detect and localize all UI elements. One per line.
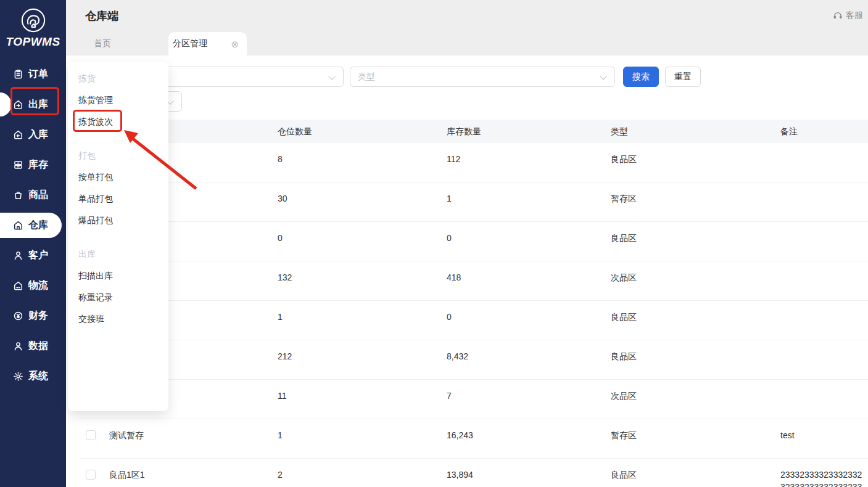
row-checkbox[interactable] <box>86 470 96 480</box>
cell-type: 良品区 <box>610 301 779 340</box>
cell-remark <box>779 182 868 221</box>
row-checkbox[interactable] <box>86 430 96 440</box>
inventory-icon <box>13 160 23 170</box>
cell-remark <box>779 143 868 182</box>
hover-pill <box>0 92 11 117</box>
cell-type: 良品区 <box>610 222 779 261</box>
checkbox-cell <box>79 459 108 487</box>
submenu-item[interactable]: 拣货波次 <box>68 111 168 133</box>
cell-stock-count: 16,243 <box>445 419 610 458</box>
sidebar-item-label: 财务 <box>28 309 48 322</box>
finance-icon <box>13 311 23 321</box>
type-select-placeholder: 类型 <box>358 72 375 83</box>
topbar: 仓库端 客服 首页 分区管理 ⊗ <box>66 0 868 55</box>
cell-name: 良品1区1 <box>108 459 276 487</box>
table-row: 良品1区1213,894良品区2333233332333233232333233… <box>79 459 868 487</box>
topwms-elephant-logo-icon <box>20 7 46 33</box>
filter-select-type[interactable]: 类型 <box>350 67 615 87</box>
cell-stock-count: 7 <box>445 380 610 419</box>
table-header-cell: 类型 <box>610 120 779 143</box>
cell-name: 测试暂存 <box>108 419 276 458</box>
sidebar-item-label: 库存 <box>28 158 48 171</box>
sidebar-item-label: 订单 <box>28 68 48 81</box>
sidebar-item-system[interactable]: 系统 <box>0 361 66 391</box>
reset-button[interactable]: 重置 <box>665 67 701 87</box>
brand-logo: TOPWMS <box>0 0 66 49</box>
cell-stock-count: 1 <box>445 182 610 221</box>
cell-type: 良品区 <box>610 340 779 379</box>
goods-icon <box>13 190 23 200</box>
brand-name: TOPWMS <box>0 35 66 49</box>
cell-remark <box>779 222 868 261</box>
sidebar-item-data[interactable]: 数据 <box>0 331 66 361</box>
submenu-item[interactable]: 按单打包 <box>68 166 168 188</box>
headset-icon <box>833 10 843 20</box>
submenu-section-title: 打包 <box>68 145 168 166</box>
cell-stock-count: 0 <box>445 301 610 340</box>
search-button[interactable]: 搜索 <box>623 67 659 87</box>
sidebar-item-label: 商品 <box>28 189 48 202</box>
table-row: 2128,432良品区 <box>79 340 868 380</box>
sidebar-item-label: 系统 <box>28 370 48 383</box>
submenu-section-title: 拣货 <box>68 68 168 89</box>
cell-type: 良品区 <box>610 143 779 182</box>
table-row: 00良品区 <box>79 222 868 261</box>
cell-remark: test <box>779 419 868 458</box>
table-row: 10良品区 <box>79 301 868 340</box>
sidebar-item-outbound[interactable]: 出库 <box>0 89 66 120</box>
data-icon <box>13 341 23 351</box>
sidebar-item-label: 入库 <box>28 128 48 141</box>
tab-bar: 首页 分区管理 ⊗ <box>83 32 247 55</box>
tab-close-icon[interactable]: ⊗ <box>231 39 239 49</box>
chevron-down-icon <box>328 73 335 80</box>
page-title: 仓库端 <box>85 9 118 23</box>
table-row: 301暂存区 <box>79 182 868 222</box>
cell-stock-count: 112 <box>445 143 610 182</box>
submenu-item[interactable]: 单品打包 <box>68 188 168 210</box>
submenu-item[interactable]: 交接班 <box>68 308 168 330</box>
sidebar-nav: 订单出库入库库存商品仓库客户物流财务数据系统 <box>0 59 66 391</box>
cell-stock-count: 13,894 <box>445 459 610 487</box>
sidebar-item-customer[interactable]: 客户 <box>0 240 66 271</box>
table-row: 117次品区 <box>79 380 868 419</box>
cell-remark <box>779 301 868 340</box>
sidebar-item-logistics[interactable]: 物流 <box>0 271 66 301</box>
submenu-item[interactable]: 拣货管理 <box>68 89 168 111</box>
cell-slot-count: 1 <box>276 419 445 458</box>
submenu-item[interactable]: 爆品打包 <box>68 210 168 231</box>
cell-slot-count: 11 <box>276 380 445 419</box>
table-header-cell: 仓位数量 <box>276 120 445 143</box>
sidebar-item-warehouse[interactable]: 仓库 <box>0 210 66 240</box>
sidebar: TOPWMS 订单出库入库库存商品仓库客户物流财务数据系统 <box>0 0 66 487</box>
logistics-icon <box>13 280 23 291</box>
system-icon <box>13 371 23 382</box>
sidebar-item-orders[interactable]: 订单 <box>0 59 66 89</box>
table-header-cell: 库存数量 <box>445 120 610 143</box>
outbound-icon <box>13 99 23 110</box>
tab-home[interactable]: 首页 <box>83 32 168 55</box>
sidebar-item-label: 仓库 <box>28 219 48 232</box>
customer-service-link[interactable]: 客服 <box>833 10 863 21</box>
cell-remark <box>779 380 868 419</box>
sidebar-item-label: 物流 <box>28 279 48 292</box>
cell-remark: 233323333233323323233323333233323323 <box>779 459 868 487</box>
cell-stock-count: 0 <box>445 222 610 261</box>
table-row: 8112良品区 <box>79 143 868 182</box>
tab-partition-management[interactable]: 分区管理 ⊗ <box>168 32 247 55</box>
cell-stock-count: 8,432 <box>445 340 610 379</box>
tab-label: 分区管理 <box>173 38 207 49</box>
orders-icon <box>13 69 23 80</box>
cell-slot-count: 132 <box>276 261 445 300</box>
sidebar-item-inbound[interactable]: 入库 <box>0 120 66 150</box>
sidebar-item-finance[interactable]: 财务 <box>0 301 66 331</box>
sidebar-item-label: 客户 <box>28 249 48 262</box>
sidebar-item-goods[interactable]: 商品 <box>0 180 66 210</box>
checkbox-cell <box>79 419 108 458</box>
submenu-item[interactable]: 扫描出库 <box>68 265 168 287</box>
main-content: 类型 搜索 重置 仓位数量库存数量类型备注 8112良品区301暂存区00良品区… <box>66 55 868 487</box>
inbound-icon <box>13 129 23 140</box>
submenu-item[interactable]: 称重记录 <box>68 287 168 308</box>
cell-remark <box>779 340 868 379</box>
cell-remark <box>779 261 868 300</box>
sidebar-item-inventory[interactable]: 库存 <box>0 150 66 180</box>
